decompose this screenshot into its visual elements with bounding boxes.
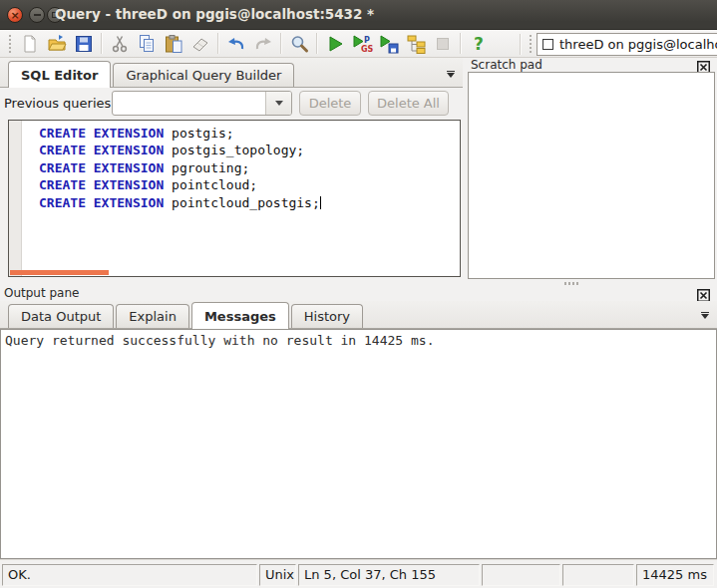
tab-label: Data Output [21, 309, 101, 324]
sql-editor[interactable]: CREATE EXTENSION postgis; CREATE EXTENSI… [8, 120, 461, 277]
redo-arrow-icon [252, 33, 274, 55]
sql-line: CREATE EXTENSION postgis_topology; [39, 142, 457, 158]
sql-code-area[interactable]: CREATE EXTENSION postgis; CREATE EXTENSI… [23, 122, 459, 269]
tab-data-output[interactable]: Data Output [8, 304, 114, 328]
paste-button[interactable] [160, 31, 186, 57]
toolbar-separator [217, 33, 218, 54]
text-cursor [320, 196, 321, 209]
help-button[interactable]: ? [465, 31, 492, 57]
toolbar-separator [520, 34, 521, 55]
status-empty-cell [562, 564, 634, 586]
tab-history[interactable]: History [291, 304, 363, 328]
previous-queries-combobox[interactable] [112, 91, 292, 116]
connection-label: threeD on pggis@localhost:5432 [559, 37, 717, 52]
chevron-down-icon [701, 312, 709, 314]
sql-line: CREATE EXTENSION pointcloud; [39, 176, 457, 193]
sql-line: CREATE EXTENSION pointcloud_postgis; [39, 194, 457, 211]
tab-label: SQL Editor [21, 68, 98, 83]
execute-query-button[interactable] [321, 31, 348, 57]
tab-label: Explain [129, 309, 177, 324]
cut-button[interactable] [106, 31, 133, 57]
output-pane-header: Output pane [0, 286, 717, 301]
svg-text:GS: GS [361, 45, 373, 54]
tab-messages[interactable]: Messages [191, 302, 289, 329]
sql-line: CREATE EXTENSION postgis; [39, 125, 457, 142]
previous-queries-row: Previous queries Delete Delete All [0, 88, 463, 120]
connection-toolbar-section: threeD on pggis@localhost:5432 [516, 30, 717, 58]
sql-line: CREATE EXTENSION pgrouting; [39, 159, 457, 176]
previous-queries-dropdown-button[interactable] [265, 92, 291, 115]
copy-button[interactable] [133, 31, 160, 57]
messages-panel: Query returned successfully with no resu… [0, 329, 717, 559]
delete-button[interactable]: Delete [299, 91, 361, 116]
output-pane-close-button[interactable] [697, 287, 710, 300]
status-cursor-position: Ln 5, Col 37, Ch 155 [298, 564, 480, 586]
explain-query-button[interactable] [402, 31, 429, 57]
tab-explain[interactable]: Explain [116, 304, 189, 328]
chevron-down-icon [701, 314, 709, 319]
previous-queries-label: Previous queries [4, 88, 111, 119]
toolbar-separator [101, 33, 102, 54]
cancel-query-button[interactable] [429, 31, 456, 57]
eraser-icon [189, 33, 211, 55]
output-pane-title: Output pane [4, 286, 79, 300]
execute-pgscript-button[interactable]: P GS [348, 31, 375, 57]
delete-all-button[interactable]: Delete All [368, 91, 449, 116]
previous-queries-value [113, 92, 265, 115]
save-button[interactable] [70, 31, 97, 57]
undo-button[interactable] [222, 31, 249, 57]
open-folder-icon [46, 33, 68, 55]
redo-button[interactable] [249, 31, 276, 57]
tab-label: History [304, 309, 350, 324]
scratch-pad-close-button[interactable] [697, 59, 710, 72]
toolbar-gripper [530, 35, 532, 53]
output-tab-list-dropdown-button[interactable] [701, 312, 709, 320]
question-mark-icon: ? [468, 33, 490, 55]
sql-panel-tabstrip: SQL Editor Graphical Query Builder [0, 58, 463, 88]
minimize-button[interactable] [29, 7, 45, 23]
undo-arrow-icon [225, 33, 247, 55]
horizontal-scrollbar[interactable] [10, 270, 109, 275]
chevron-down-icon [275, 101, 283, 106]
splitter-grip-icon [564, 282, 578, 285]
scratch-pad-input[interactable] [468, 72, 715, 279]
connection-color-swatch [542, 39, 553, 50]
toolbar-gripper [9, 35, 11, 53]
status-empty-cell [482, 564, 560, 586]
execute-to-file-button[interactable] [375, 31, 402, 57]
toolbar-separator [280, 33, 281, 54]
output-pane-tabstrip: Data Output Explain Messages History [0, 301, 717, 329]
chevron-down-icon [447, 73, 455, 78]
tab-label: Messages [204, 309, 276, 324]
tab-label: Graphical Query Builder [126, 68, 281, 83]
copy-icon [136, 33, 158, 55]
status-query-duration: 14425 ms [636, 564, 714, 586]
save-icon [73, 33, 95, 55]
connection-combobox[interactable]: threeD on pggis@localhost:5432 [537, 33, 717, 56]
magnifier-icon [288, 33, 310, 55]
play-icon [324, 33, 346, 55]
stop-square-icon [432, 33, 454, 55]
chevron-down-icon [447, 71, 455, 73]
open-file-button[interactable] [43, 31, 70, 57]
pgscript-play-icon: P GS [351, 33, 373, 55]
explain-tree-icon [405, 33, 427, 55]
status-message: OK. [2, 564, 257, 586]
tab-list-dropdown-button[interactable] [447, 71, 455, 79]
clear-window-button[interactable] [186, 31, 213, 57]
scissors-icon [109, 33, 131, 55]
svg-text:P: P [364, 36, 370, 45]
scratch-pad-title: Scratch pad [471, 58, 542, 72]
minimize-icon [34, 14, 41, 16]
tab-sql-editor[interactable]: SQL Editor [8, 61, 111, 88]
svg-text:?: ? [474, 34, 484, 54]
find-button[interactable] [285, 31, 312, 57]
tab-graphical-query-builder[interactable]: Graphical Query Builder [113, 63, 294, 87]
close-button[interactable]: × [7, 7, 23, 23]
paste-icon [163, 33, 184, 55]
titlebar: × Query - threeD on pggis@localhost:5432… [0, 0, 717, 30]
query-result-message: Query returned successfully with no resu… [1, 330, 716, 351]
toolbar-separator [460, 33, 461, 54]
new-query-button[interactable] [16, 31, 43, 57]
toolbar-separator [316, 33, 317, 54]
